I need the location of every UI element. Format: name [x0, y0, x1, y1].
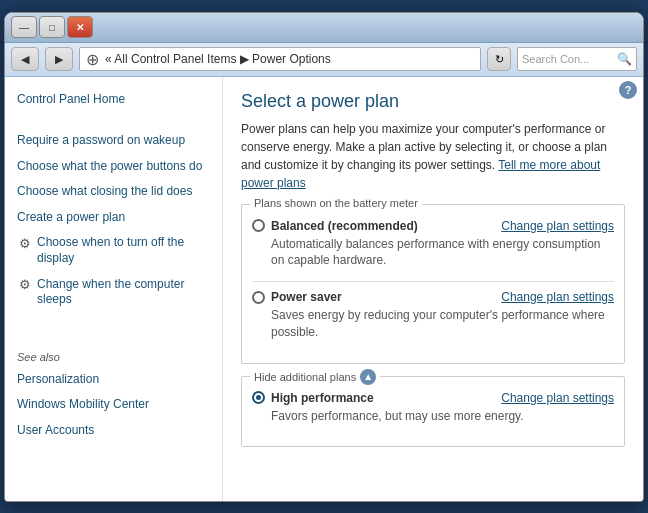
plans-separator — [252, 281, 614, 282]
battery-plans-content: Balanced (recommended) Change plan setti… — [242, 205, 624, 363]
forward-button[interactable]: ▶ — [45, 47, 73, 71]
back-button[interactable]: ◀ — [11, 47, 39, 71]
main-window: — □ ✕ ◀ ▶ ⊕ « All Control Panel Items ▶ … — [4, 12, 644, 502]
minimize-button[interactable]: — — [11, 16, 37, 38]
high-performance-change-plan-link[interactable]: Change plan settings — [501, 391, 614, 405]
balanced-plan-item: Balanced (recommended) Change plan setti… — [252, 219, 614, 270]
power-saver-label-row: Power saver — [252, 290, 342, 304]
power-saver-plan-header: Power saver Change plan settings — [252, 290, 614, 304]
sidebar-item-create-plan[interactable]: Create a power plan — [5, 205, 222, 231]
sidebar-label-password-wakeup: Require a password on wakeup — [17, 133, 185, 149]
balanced-plan-header: Balanced (recommended) Change plan setti… — [252, 219, 614, 233]
balanced-change-plan-link[interactable]: Change plan settings — [501, 219, 614, 233]
balanced-plan-name: Balanced (recommended) — [271, 219, 418, 233]
sidebar-label-computer-sleeps: Change when the computer sleeps — [37, 277, 212, 308]
high-performance-plan-item: High performance Change plan settings Fa… — [252, 391, 614, 425]
balanced-radio[interactable] — [252, 219, 265, 232]
power-saver-change-plan-link[interactable]: Change plan settings — [501, 290, 614, 304]
sidebar-label-control-panel-home: Control Panel Home — [17, 92, 125, 108]
sidebar-label-closing-lid: Choose what closing the lid does — [17, 184, 192, 200]
high-performance-plan-description: Favors performance, but may use more ene… — [271, 408, 614, 425]
title-bar: — □ ✕ — [5, 13, 643, 43]
refresh-button[interactable]: ↻ — [487, 47, 511, 71]
sidebar-item-computer-sleeps[interactable]: ⚙ Change when the computer sleeps — [5, 272, 222, 313]
power-saver-plan-name: Power saver — [271, 290, 342, 304]
additional-plans-section: Hide additional plans ▲ High performance… — [241, 376, 625, 448]
hide-plans-label: Hide additional plans — [254, 371, 356, 383]
sidebar-item-personalization[interactable]: Personalization — [5, 367, 222, 393]
battery-plans-section: Plans shown on the battery meter Balance… — [241, 204, 625, 364]
sidebar-label-personalization: Personalization — [17, 372, 99, 388]
sidebar-item-closing-lid[interactable]: Choose what closing the lid does — [5, 179, 222, 205]
high-performance-plan-header: High performance Change plan settings — [252, 391, 614, 405]
content-area: Control Panel Home Require a password on… — [5, 77, 643, 501]
window-controls: — □ ✕ — [11, 16, 93, 38]
sidebar-label-turn-off-display: Choose when to turn off the display — [37, 235, 212, 266]
sidebar-item-user-accounts[interactable]: User Accounts — [5, 418, 222, 444]
power-saver-plan-description: Saves energy by reducing your computer's… — [271, 307, 614, 341]
sidebar-label-create-plan: Create a power plan — [17, 210, 125, 226]
address-bar: ◀ ▶ ⊕ « All Control Panel Items ▶ Power … — [5, 43, 643, 77]
help-button[interactable]: ? — [619, 81, 637, 99]
display-icon: ⚙ — [17, 236, 33, 252]
maximize-button[interactable]: □ — [39, 16, 65, 38]
search-placeholder-text: Search Con... — [522, 53, 617, 65]
battery-plans-header: Plans shown on the battery meter — [250, 197, 422, 209]
balanced-plan-description: Automatically balances performance with … — [271, 236, 614, 270]
collapse-button[interactable]: ▲ — [360, 369, 376, 385]
search-icon: 🔍 — [617, 52, 632, 66]
sidebar-item-power-buttons[interactable]: Choose what the power buttons do — [5, 154, 222, 180]
high-performance-label-row: High performance — [252, 391, 374, 405]
hide-plans-header: Hide additional plans ▲ — [250, 369, 380, 385]
see-also-label: See also — [5, 343, 222, 367]
high-performance-radio[interactable] — [252, 391, 265, 404]
sidebar-item-turn-off-display[interactable]: ⚙ Choose when to turn off the display — [5, 230, 222, 271]
power-saver-plan-item: Power saver Change plan settings Saves e… — [252, 290, 614, 341]
balanced-label-row: Balanced (recommended) — [252, 219, 418, 233]
close-button[interactable]: ✕ — [67, 16, 93, 38]
sidebar-label-mobility-center: Windows Mobility Center — [17, 397, 149, 413]
sidebar: Control Panel Home Require a password on… — [5, 77, 223, 501]
sidebar-item-control-panel-home[interactable]: Control Panel Home — [5, 87, 222, 113]
title-bar-left: — □ ✕ — [11, 16, 93, 38]
additional-plans-content: High performance Change plan settings Fa… — [242, 377, 624, 447]
sidebar-label-user-accounts: User Accounts — [17, 423, 94, 439]
sleep-icon: ⚙ — [17, 278, 33, 294]
high-performance-plan-name: High performance — [271, 391, 374, 405]
sidebar-item-password-wakeup[interactable]: Require a password on wakeup — [5, 128, 222, 154]
intro-paragraph: Power plans can help you maximize your c… — [241, 120, 625, 192]
breadcrumb-text: « All Control Panel Items ▶ Power Option… — [105, 52, 331, 66]
search-box[interactable]: Search Con... 🔍 — [517, 47, 637, 71]
sidebar-item-mobility-center[interactable]: Windows Mobility Center — [5, 392, 222, 418]
power-saver-radio[interactable] — [252, 291, 265, 304]
sidebar-label-power-buttons: Choose what the power buttons do — [17, 159, 202, 175]
page-title: Select a power plan — [241, 91, 625, 112]
main-panel: ? Select a power plan Power plans can he… — [223, 77, 643, 501]
address-path[interactable]: ⊕ « All Control Panel Items ▶ Power Opti… — [79, 47, 481, 71]
